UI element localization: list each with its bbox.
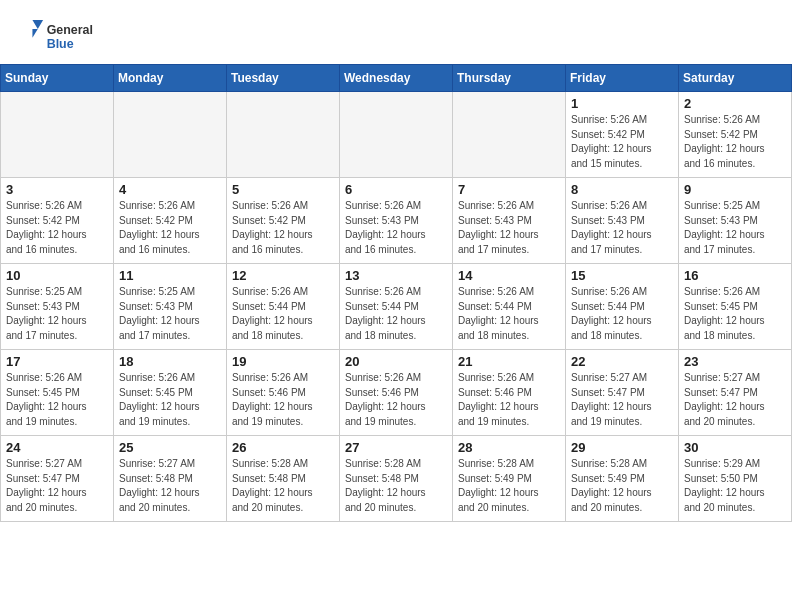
calendar-week-row: 3Sunrise: 5:26 AM Sunset: 5:42 PM Daylig… [1, 178, 792, 264]
day-cell-20: 20Sunrise: 5:26 AM Sunset: 5:46 PM Dayli… [340, 350, 453, 436]
day-cell-22: 22Sunrise: 5:27 AM Sunset: 5:47 PM Dayli… [566, 350, 679, 436]
day-info: Sunrise: 5:26 AM Sunset: 5:43 PM Dayligh… [571, 199, 673, 257]
day-info: Sunrise: 5:26 AM Sunset: 5:42 PM Dayligh… [232, 199, 334, 257]
day-cell-2: 2Sunrise: 5:26 AM Sunset: 5:42 PM Daylig… [679, 92, 792, 178]
day-number: 26 [232, 440, 334, 455]
day-number: 22 [571, 354, 673, 369]
day-number: 12 [232, 268, 334, 283]
col-header-saturday: Saturday [679, 65, 792, 92]
day-cell-4: 4Sunrise: 5:26 AM Sunset: 5:42 PM Daylig… [114, 178, 227, 264]
calendar-week-row: 10Sunrise: 5:25 AM Sunset: 5:43 PM Dayli… [1, 264, 792, 350]
calendar-week-row: 1Sunrise: 5:26 AM Sunset: 5:42 PM Daylig… [1, 92, 792, 178]
col-header-friday: Friday [566, 65, 679, 92]
day-info: Sunrise: 5:26 AM Sunset: 5:46 PM Dayligh… [345, 371, 447, 429]
empty-cell [227, 92, 340, 178]
day-info: Sunrise: 5:27 AM Sunset: 5:47 PM Dayligh… [6, 457, 108, 515]
calendar-table: SundayMondayTuesdayWednesdayThursdayFrid… [0, 64, 792, 522]
day-info: Sunrise: 5:27 AM Sunset: 5:47 PM Dayligh… [571, 371, 673, 429]
day-info: Sunrise: 5:25 AM Sunset: 5:43 PM Dayligh… [684, 199, 786, 257]
day-info: Sunrise: 5:26 AM Sunset: 5:42 PM Dayligh… [119, 199, 221, 257]
day-number: 5 [232, 182, 334, 197]
day-number: 4 [119, 182, 221, 197]
day-cell-1: 1Sunrise: 5:26 AM Sunset: 5:42 PM Daylig… [566, 92, 679, 178]
day-cell-15: 15Sunrise: 5:26 AM Sunset: 5:44 PM Dayli… [566, 264, 679, 350]
day-info: Sunrise: 5:25 AM Sunset: 5:43 PM Dayligh… [6, 285, 108, 343]
col-header-monday: Monday [114, 65, 227, 92]
day-info: Sunrise: 5:26 AM Sunset: 5:44 PM Dayligh… [345, 285, 447, 343]
svg-marker-3 [32, 20, 43, 29]
day-cell-17: 17Sunrise: 5:26 AM Sunset: 5:45 PM Dayli… [1, 350, 114, 436]
day-number: 27 [345, 440, 447, 455]
day-info: Sunrise: 5:28 AM Sunset: 5:48 PM Dayligh… [232, 457, 334, 515]
day-cell-16: 16Sunrise: 5:26 AM Sunset: 5:45 PM Dayli… [679, 264, 792, 350]
day-number: 25 [119, 440, 221, 455]
empty-cell [453, 92, 566, 178]
day-info: Sunrise: 5:27 AM Sunset: 5:47 PM Dayligh… [684, 371, 786, 429]
logo: General Blue [20, 18, 100, 54]
day-info: Sunrise: 5:26 AM Sunset: 5:43 PM Dayligh… [345, 199, 447, 257]
day-cell-3: 3Sunrise: 5:26 AM Sunset: 5:42 PM Daylig… [1, 178, 114, 264]
svg-text:Blue: Blue [47, 37, 74, 51]
day-cell-29: 29Sunrise: 5:28 AM Sunset: 5:49 PM Dayli… [566, 436, 679, 522]
day-cell-26: 26Sunrise: 5:28 AM Sunset: 5:48 PM Dayli… [227, 436, 340, 522]
day-number: 21 [458, 354, 560, 369]
day-cell-14: 14Sunrise: 5:26 AM Sunset: 5:44 PM Dayli… [453, 264, 566, 350]
day-info: Sunrise: 5:26 AM Sunset: 5:44 PM Dayligh… [458, 285, 560, 343]
day-number: 17 [6, 354, 108, 369]
calendar-header-row: SundayMondayTuesdayWednesdayThursdayFrid… [1, 65, 792, 92]
col-header-thursday: Thursday [453, 65, 566, 92]
day-cell-21: 21Sunrise: 5:26 AM Sunset: 5:46 PM Dayli… [453, 350, 566, 436]
day-number: 16 [684, 268, 786, 283]
day-number: 24 [6, 440, 108, 455]
day-number: 2 [684, 96, 786, 111]
day-info: Sunrise: 5:26 AM Sunset: 5:44 PM Dayligh… [571, 285, 673, 343]
day-cell-12: 12Sunrise: 5:26 AM Sunset: 5:44 PM Dayli… [227, 264, 340, 350]
day-cell-28: 28Sunrise: 5:28 AM Sunset: 5:49 PM Dayli… [453, 436, 566, 522]
col-header-wednesday: Wednesday [340, 65, 453, 92]
day-cell-8: 8Sunrise: 5:26 AM Sunset: 5:43 PM Daylig… [566, 178, 679, 264]
day-cell-24: 24Sunrise: 5:27 AM Sunset: 5:47 PM Dayli… [1, 436, 114, 522]
day-number: 7 [458, 182, 560, 197]
day-cell-9: 9Sunrise: 5:25 AM Sunset: 5:43 PM Daylig… [679, 178, 792, 264]
day-number: 9 [684, 182, 786, 197]
day-info: Sunrise: 5:29 AM Sunset: 5:50 PM Dayligh… [684, 457, 786, 515]
day-number: 18 [119, 354, 221, 369]
empty-cell [114, 92, 227, 178]
day-number: 23 [684, 354, 786, 369]
day-cell-18: 18Sunrise: 5:26 AM Sunset: 5:45 PM Dayli… [114, 350, 227, 436]
day-info: Sunrise: 5:27 AM Sunset: 5:48 PM Dayligh… [119, 457, 221, 515]
page-header: General Blue [0, 0, 792, 64]
col-header-sunday: Sunday [1, 65, 114, 92]
day-cell-23: 23Sunrise: 5:27 AM Sunset: 5:47 PM Dayli… [679, 350, 792, 436]
day-number: 14 [458, 268, 560, 283]
day-cell-11: 11Sunrise: 5:25 AM Sunset: 5:43 PM Dayli… [114, 264, 227, 350]
day-cell-19: 19Sunrise: 5:26 AM Sunset: 5:46 PM Dayli… [227, 350, 340, 436]
day-number: 30 [684, 440, 786, 455]
empty-cell [1, 92, 114, 178]
day-info: Sunrise: 5:26 AM Sunset: 5:45 PM Dayligh… [119, 371, 221, 429]
day-cell-30: 30Sunrise: 5:29 AM Sunset: 5:50 PM Dayli… [679, 436, 792, 522]
day-number: 20 [345, 354, 447, 369]
day-cell-7: 7Sunrise: 5:26 AM Sunset: 5:43 PM Daylig… [453, 178, 566, 264]
day-number: 13 [345, 268, 447, 283]
day-number: 28 [458, 440, 560, 455]
day-number: 1 [571, 96, 673, 111]
day-number: 8 [571, 182, 673, 197]
day-info: Sunrise: 5:26 AM Sunset: 5:42 PM Dayligh… [6, 199, 108, 257]
day-info: Sunrise: 5:26 AM Sunset: 5:42 PM Dayligh… [571, 113, 673, 171]
day-cell-6: 6Sunrise: 5:26 AM Sunset: 5:43 PM Daylig… [340, 178, 453, 264]
day-number: 6 [345, 182, 447, 197]
col-header-tuesday: Tuesday [227, 65, 340, 92]
day-info: Sunrise: 5:26 AM Sunset: 5:46 PM Dayligh… [232, 371, 334, 429]
day-number: 11 [119, 268, 221, 283]
day-info: Sunrise: 5:28 AM Sunset: 5:49 PM Dayligh… [458, 457, 560, 515]
svg-marker-4 [32, 29, 37, 38]
calendar-week-row: 17Sunrise: 5:26 AM Sunset: 5:45 PM Dayli… [1, 350, 792, 436]
day-number: 15 [571, 268, 673, 283]
day-cell-10: 10Sunrise: 5:25 AM Sunset: 5:43 PM Dayli… [1, 264, 114, 350]
day-cell-5: 5Sunrise: 5:26 AM Sunset: 5:42 PM Daylig… [227, 178, 340, 264]
empty-cell [340, 92, 453, 178]
day-info: Sunrise: 5:26 AM Sunset: 5:42 PM Dayligh… [684, 113, 786, 171]
logo-svg: General Blue [20, 18, 100, 54]
day-info: Sunrise: 5:26 AM Sunset: 5:45 PM Dayligh… [6, 371, 108, 429]
